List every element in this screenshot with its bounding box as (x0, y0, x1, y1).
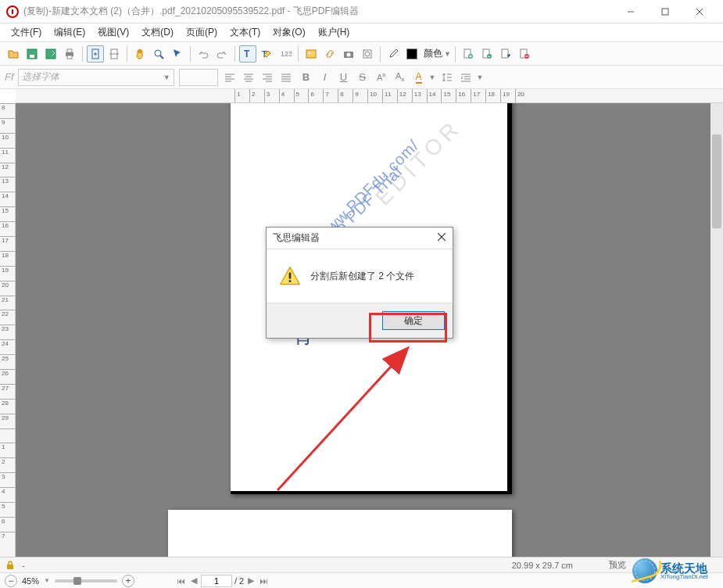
window-title: (复制)-新建文本文档 (2)（合并）.pdf_2021020509553952… (23, 5, 614, 18)
eyedropper-icon[interactable] (385, 45, 402, 63)
svg-rect-28 (502, 49, 508, 58)
align-right-icon[interactable] (259, 69, 276, 86)
brand-logo: 系统天地 XiTongTianDi.net (632, 557, 718, 585)
saveas-icon[interactable] (42, 45, 59, 63)
svg-rect-8 (67, 49, 72, 52)
save-icon[interactable] (23, 45, 41, 63)
main-toolbar: T T 123 颜色 ▼ + (0, 42, 723, 66)
strike-icon[interactable]: S (354, 69, 371, 86)
close-button[interactable] (682, 1, 717, 23)
menu-edit[interactable]: 编辑(E) (49, 24, 90, 41)
status-dash: - (22, 561, 25, 570)
align-center-icon[interactable] (240, 69, 257, 86)
zoom-out-button[interactable]: − (5, 575, 17, 587)
preview-label: 预览 (609, 559, 626, 571)
zoom-slider[interactable] (55, 579, 117, 583)
dialog-title-text: 飞思编辑器 (273, 231, 320, 245)
window-controls (614, 1, 717, 23)
page-add-icon[interactable] (460, 45, 477, 63)
menu-bar: 文件(F) 编辑(E) 视图(V) 文档(D) 页面(P) 文本(T) 对象(O… (0, 23, 723, 42)
svg-rect-9 (67, 56, 72, 59)
vertical-scrollbar[interactable] (710, 103, 723, 557)
link-icon[interactable] (321, 45, 338, 63)
lock-icon (5, 560, 16, 571)
page-total-label: / 2 (234, 576, 244, 586)
title-bar: (复制)-新建文本文档 (2)（合并）.pdf_2021020509553952… (0, 0, 723, 23)
last-page-icon[interactable]: ⏭ (258, 576, 270, 586)
indent-icon[interactable] (457, 69, 474, 86)
annotation-highlight (369, 313, 447, 342)
select-icon[interactable] (169, 45, 186, 63)
subscript-icon[interactable]: Aa (392, 69, 409, 86)
redo-icon[interactable] (213, 45, 231, 63)
page-number-input[interactable] (201, 575, 232, 587)
minimize-button[interactable] (614, 1, 648, 23)
page-insert-icon[interactable]: + (478, 45, 496, 63)
page-export-icon[interactable] (497, 45, 514, 63)
dialog-titlebar: 飞思编辑器 (267, 228, 453, 249)
zoom-icon[interactable] (150, 45, 167, 63)
svg-point-12 (155, 50, 161, 56)
page-fit-icon[interactable] (87, 45, 104, 63)
brand-name-en: XiTongTianDi.net (660, 574, 708, 580)
svg-rect-17 (306, 50, 316, 58)
font-select[interactable]: 选择字体▼ (18, 69, 174, 86)
zoom-percent: 45% (22, 576, 39, 586)
brand-name-cn: 系统天地 (660, 562, 708, 574)
svg-point-22 (365, 52, 370, 56)
menu-page[interactable]: 页面(P) (181, 24, 222, 41)
underline-icon[interactable]: U (335, 69, 353, 86)
dialog-close-icon[interactable] (437, 232, 446, 244)
zoom-in-button[interactable]: + (122, 575, 134, 587)
svg-point-18 (309, 52, 311, 54)
svg-text:+: + (488, 54, 491, 59)
text-tool-icon[interactable]: T (239, 45, 256, 63)
image-icon[interactable] (302, 45, 320, 63)
menu-text[interactable]: 文本(T) (225, 24, 265, 41)
app-icon (6, 5, 19, 18)
italic-icon[interactable]: I (317, 69, 334, 86)
line-spacing-icon[interactable] (438, 69, 456, 86)
menu-view[interactable]: 视图(V) (93, 24, 134, 41)
shape-icon[interactable] (359, 45, 376, 63)
page-size-label: 20.99 x 29.7 cm (512, 561, 573, 570)
print-icon[interactable] (61, 45, 78, 63)
page-delete-icon[interactable] (516, 45, 533, 63)
svg-rect-5 (30, 55, 34, 58)
align-justify-icon[interactable] (277, 69, 295, 86)
dialog-message: 分割后新创建了 2 个文件 (310, 270, 414, 283)
svg-rect-37 (7, 565, 13, 569)
bold-icon[interactable]: B (298, 69, 315, 86)
undo-icon[interactable] (195, 45, 212, 63)
font-size-select[interactable] (179, 69, 218, 86)
color-swatch[interactable] (403, 45, 421, 63)
svg-text:123: 123 (281, 50, 292, 58)
text-spacing-icon[interactable]: 123 (277, 45, 294, 63)
vertical-ruler: 8910111213141516171819202122232425262728… (0, 103, 16, 557)
menu-object[interactable]: 对象(O) (268, 24, 310, 41)
superscript-icon[interactable]: Aa (373, 69, 390, 86)
svg-text:T: T (244, 48, 250, 59)
menu-document[interactable]: 文档(D) (137, 24, 178, 41)
text-edit-icon[interactable]: T (258, 45, 275, 63)
align-left-icon[interactable] (221, 69, 238, 86)
pdf-page-2: TOR www.PDFdu.com/ DF Trial 青 (168, 510, 512, 557)
camera-icon[interactable] (340, 45, 357, 63)
page-width-icon[interactable] (106, 45, 123, 63)
maximize-button[interactable] (648, 1, 682, 23)
warning-icon (279, 265, 301, 287)
prev-page-icon[interactable]: ◀ (189, 575, 199, 586)
status-bar: - 20.99 x 29.7 cm 预览 (0, 557, 723, 572)
horizontal-ruler: 1234567891011121314151617181920 (16, 89, 723, 103)
font-color-icon[interactable]: A (410, 69, 428, 86)
hand-icon[interactable] (131, 45, 149, 63)
svg-rect-1 (662, 9, 668, 15)
svg-point-20 (347, 52, 351, 56)
first-page-icon[interactable]: ⏮ (175, 576, 187, 586)
menu-file[interactable]: 文件(F) (6, 24, 46, 41)
next-page-icon[interactable]: ▶ (246, 575, 256, 586)
open-icon[interactable] (5, 45, 22, 63)
menu-account[interactable]: 账户(H) (313, 24, 355, 41)
page-navigator: ⏮ ◀ / 2 ▶ ⏭ (175, 575, 270, 587)
font-placeholder: 选择字体 (22, 70, 59, 84)
